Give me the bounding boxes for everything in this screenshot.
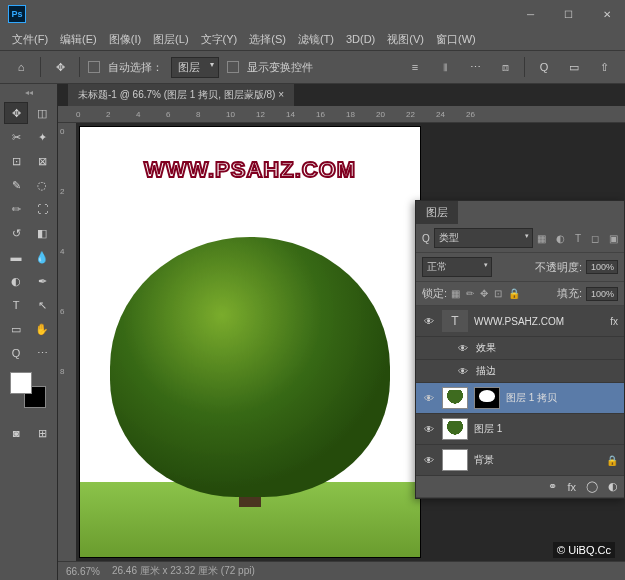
menu-window[interactable]: 窗口(W) [432,30,480,49]
layer-name[interactable]: 图层 1 拷贝 [506,391,618,405]
visibility-toggle[interactable]: 👁 [456,343,470,354]
color-swatches[interactable] [10,372,46,408]
lock-brush-icon[interactable]: ✏ [466,288,474,299]
menu-type[interactable]: 文字(Y) [197,30,242,49]
fx-badge[interactable]: fx [610,316,618,327]
foreground-color[interactable] [10,372,32,394]
zoom-tool[interactable]: Q [4,342,28,364]
fx-icon[interactable]: fx [567,481,576,493]
blend-mode-dropdown[interactable]: 正常 [422,257,492,277]
blur-tool[interactable]: 💧 [30,246,54,268]
layers-panel[interactable]: 图层 Q 类型 ▦ ◐ T ◻ ▣ 正常 不透明度: 100% 锁定: ▦ ✏ … [415,200,625,499]
share-icon[interactable]: ⇧ [593,56,615,78]
menu-filter[interactable]: 滤镜(T) [294,30,338,49]
opacity-input[interactable]: 100% [586,260,618,274]
layer-mask-thumb[interactable] [474,387,500,409]
layer-1[interactable]: 👁 图层 1 [416,414,624,445]
distribute-icon[interactable]: ⫴ [434,56,456,78]
menu-3d[interactable]: 3D(D) [342,31,379,47]
menu-layer[interactable]: 图层(L) [149,30,192,49]
eraser-tool[interactable]: ◧ [30,222,54,244]
pen-tool[interactable]: ✒ [30,270,54,292]
more-icon[interactable]: ⋯ [464,56,486,78]
path-tool[interactable]: ↖ [30,294,54,316]
auto-select-target[interactable]: 图层 [171,57,219,78]
menu-select[interactable]: 选择(S) [245,30,290,49]
crop-tool[interactable]: ⊡ [4,150,28,172]
lasso-tool[interactable]: ✂ [4,126,28,148]
layer-name[interactable]: 背景 [474,453,600,467]
filter-adjust-icon[interactable]: ◐ [556,233,565,244]
ruler-tick: 16 [316,110,325,119]
minimize-button[interactable]: ─ [521,7,540,22]
ruler-tick: 22 [406,110,415,119]
mask-icon[interactable]: ◯ [586,480,598,493]
show-transform-checkbox[interactable] [227,61,239,73]
document-tab[interactable]: 未标题-1 @ 66.7% (图层 1 拷贝, 图层蒙版/8) × [68,84,294,106]
lock-position-icon[interactable]: ✥ [480,288,488,299]
fill-input[interactable]: 100% [586,287,618,301]
type-tool[interactable]: T [4,294,28,316]
quick-mask-tool[interactable]: ◙ [4,422,28,444]
visibility-toggle[interactable]: 👁 [422,424,436,435]
layer-name[interactable]: 图层 1 [474,422,618,436]
visibility-toggle[interactable]: 👁 [456,366,470,377]
layer-thumb[interactable] [442,449,468,471]
shape-tool[interactable]: ▭ [4,318,28,340]
artboard[interactable]: WWW.PSAHZ.COM [80,127,420,557]
align-icon[interactable]: ≡ [404,56,426,78]
search-icon[interactable]: Q [422,233,430,244]
move-tool[interactable]: ✥ [4,102,28,124]
search-icon[interactable]: Q [533,56,555,78]
layer-fx-stroke[interactable]: 👁 描边 [416,360,624,383]
layer-name[interactable]: WWW.PSAHZ.COM [474,316,604,327]
brush-tool[interactable]: ✏ [4,198,28,220]
layer-fx-group[interactable]: 👁 效果 [416,337,624,360]
patch-tool[interactable]: ◌ [30,174,54,196]
marquee-tool[interactable]: ◫ [30,102,54,124]
frame-tool[interactable]: ⊠ [30,150,54,172]
visibility-toggle[interactable]: 👁 [422,393,436,404]
edit-toolbar[interactable]: ⋯ [30,342,54,364]
workspace-icon[interactable]: ▭ [563,56,585,78]
filter-smart-icon[interactable]: ▣ [609,233,618,244]
history-tool[interactable]: ↺ [4,222,28,244]
layer-thumb[interactable] [442,418,468,440]
stamp-tool[interactable]: ⛶ [30,198,54,220]
layer-text[interactable]: 👁 T WWW.PSAHZ.COM fx [416,306,624,337]
move-tool-icon[interactable]: ✥ [49,56,71,78]
menu-view[interactable]: 视图(V) [383,30,428,49]
ruler-tick: 2 [106,110,110,119]
maximize-button[interactable]: ☐ [558,7,579,22]
3d-icon[interactable]: ⧈ [494,56,516,78]
adjust-icon[interactable]: ◐ [608,480,618,493]
menu-edit[interactable]: 编辑(E) [56,30,101,49]
layer-background[interactable]: 👁 背景 🔒 [416,445,624,476]
filter-pixel-icon[interactable]: ▦ [537,233,546,244]
filter-type-icon[interactable]: T [575,233,581,244]
layer-copy[interactable]: 👁 图层 1 拷贝 [416,383,624,414]
layer-thumb[interactable] [442,387,468,409]
zoom-level[interactable]: 66.67% [66,566,100,577]
eyedropper-tool[interactable]: ✎ [4,174,28,196]
filter-type-dropdown[interactable]: 类型 [434,228,533,248]
lock-all-icon[interactable]: 🔒 [508,288,520,299]
toolbox-collapse[interactable]: ◂◂ [4,88,53,98]
layers-tab[interactable]: 图层 [416,201,458,224]
menu-image[interactable]: 图像(I) [105,30,145,49]
menu-file[interactable]: 文件(F) [8,30,52,49]
wand-tool[interactable]: ✦ [30,126,54,148]
auto-select-checkbox[interactable] [88,61,100,73]
hand-tool[interactable]: ✋ [30,318,54,340]
gradient-tool[interactable]: ▬ [4,246,28,268]
visibility-toggle[interactable]: 👁 [422,455,436,466]
dodge-tool[interactable]: ◐ [4,270,28,292]
lock-artboard-icon[interactable]: ⊡ [494,288,502,299]
screen-mode-tool[interactable]: ⊞ [30,422,54,444]
visibility-toggle[interactable]: 👁 [422,316,436,327]
close-button[interactable]: ✕ [597,7,617,22]
home-button[interactable]: ⌂ [10,56,32,78]
lock-pixels-icon[interactable]: ▦ [451,288,460,299]
filter-shape-icon[interactable]: ◻ [591,233,599,244]
link-layers-icon[interactable]: ⚭ [548,480,557,493]
